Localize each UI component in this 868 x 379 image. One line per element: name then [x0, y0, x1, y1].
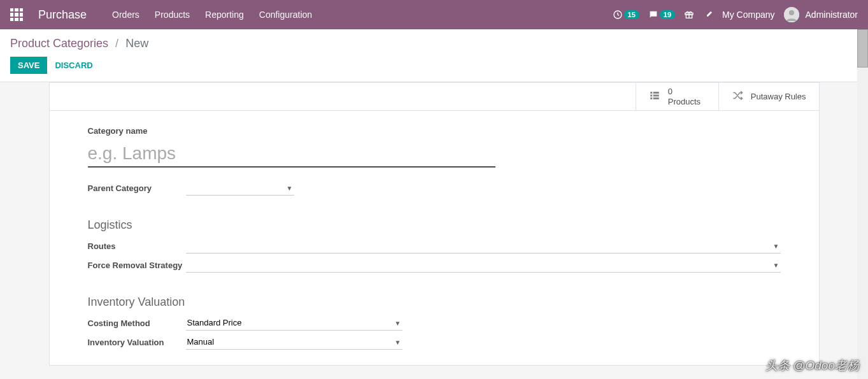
- breadcrumb-separator: /: [115, 37, 118, 50]
- save-button[interactable]: SAVE: [10, 57, 47, 74]
- top-navbar: Purchase Orders Products Reporting Confi…: [0, 0, 868, 29]
- force-removal-input[interactable]: [186, 257, 781, 272]
- inventory-valuation-header: Inventory Valuation: [88, 296, 781, 309]
- wrench-icon[interactable]: [703, 10, 713, 20]
- nav-products[interactable]: Products: [155, 10, 190, 20]
- company-link[interactable]: My Company: [722, 10, 774, 20]
- activity-badge: 15: [624, 10, 639, 19]
- chat-icon: [648, 10, 658, 20]
- breadcrumb: Product Categories / New: [10, 37, 858, 50]
- nav-orders[interactable]: Orders: [112, 10, 139, 20]
- routes-row: Routes ▼: [88, 238, 781, 254]
- control-buttons: SAVE DISCARD: [10, 57, 858, 74]
- force-removal-select[interactable]: ▼: [186, 257, 781, 273]
- costing-method-row: Costing Method ▼: [88, 315, 781, 331]
- apps-icon[interactable]: [10, 8, 23, 21]
- costing-method-input[interactable]: [186, 315, 402, 330]
- routes-input[interactable]: [186, 238, 781, 253]
- breadcrumb-parent[interactable]: Product Categories: [10, 37, 108, 50]
- products-count: 0: [668, 87, 701, 97]
- clock-icon: [613, 10, 623, 20]
- parent-category-select[interactable]: ▼: [186, 180, 294, 196]
- inventory-valuation-label: Inventory Valuation: [88, 338, 186, 347]
- category-name-input[interactable]: [88, 141, 495, 168]
- avatar-icon: [784, 7, 799, 22]
- inventory-valuation-input[interactable]: [186, 334, 402, 349]
- svg-point-4: [789, 10, 794, 15]
- parent-category-input[interactable]: [186, 180, 294, 195]
- routes-label: Routes: [88, 241, 186, 251]
- putaway-label: Putaway Rules: [751, 92, 806, 101]
- app-brand[interactable]: Purchase: [38, 8, 87, 22]
- svg-rect-9: [650, 97, 652, 99]
- user-menu[interactable]: Administrator: [784, 7, 858, 22]
- logistics-header: Logistics: [88, 218, 781, 232]
- costing-method-label: Costing Method: [88, 318, 186, 328]
- category-name-label: Category name: [88, 126, 781, 136]
- parent-category-label: Parent Category: [88, 183, 186, 193]
- parent-category-row: Parent Category ▼: [88, 180, 781, 196]
- nav-configuration[interactable]: Configuration: [259, 10, 312, 20]
- svg-rect-10: [653, 97, 659, 99]
- force-removal-label: Force Removal Strategy: [88, 261, 186, 270]
- sheet-body: Category name Parent Category ▼ Logistic…: [50, 111, 819, 365]
- svg-rect-8: [653, 95, 659, 97]
- inventory-valuation-row: Inventory Valuation ▼: [88, 334, 781, 350]
- putaway-stat-button[interactable]: Putaway Rules: [718, 83, 819, 110]
- shuffle-icon: [732, 90, 743, 103]
- discard-button[interactable]: DISCARD: [55, 61, 92, 70]
- form-container: 0 Products Putaway Rules Category name P…: [0, 82, 868, 376]
- nav-reporting[interactable]: Reporting: [205, 10, 244, 20]
- products-stat-button[interactable]: 0 Products: [636, 83, 718, 110]
- gift-icon[interactable]: [684, 10, 694, 20]
- user-name: Administrator: [806, 10, 858, 20]
- activity-button[interactable]: 15: [613, 10, 639, 20]
- svg-rect-5: [650, 92, 652, 94]
- svg-rect-6: [653, 92, 659, 94]
- form-sheet: 0 Products Putaway Rules Category name P…: [49, 82, 820, 366]
- list-icon: [649, 90, 660, 103]
- costing-method-select[interactable]: ▼: [186, 315, 402, 331]
- messages-button[interactable]: 19: [648, 10, 675, 20]
- products-label: Products: [668, 97, 701, 107]
- nav-right: 15 19 My Company Administrator: [613, 7, 858, 22]
- stat-button-box: 0 Products Putaway Rules: [50, 83, 819, 111]
- inventory-valuation-select[interactable]: ▼: [186, 334, 402, 350]
- svg-rect-7: [650, 95, 652, 97]
- routes-select[interactable]: ▼: [186, 238, 781, 254]
- scrollbar-track[interactable]: [857, 29, 868, 379]
- control-panel: Product Categories / New SAVE DISCARD: [0, 29, 868, 82]
- scrollbar-thumb[interactable]: [857, 29, 868, 68]
- breadcrumb-current: New: [125, 37, 148, 50]
- messages-badge: 19: [660, 10, 675, 19]
- force-removal-row: Force Removal Strategy ▼: [88, 257, 781, 273]
- nav-menu: Orders Products Reporting Configuration: [112, 10, 312, 20]
